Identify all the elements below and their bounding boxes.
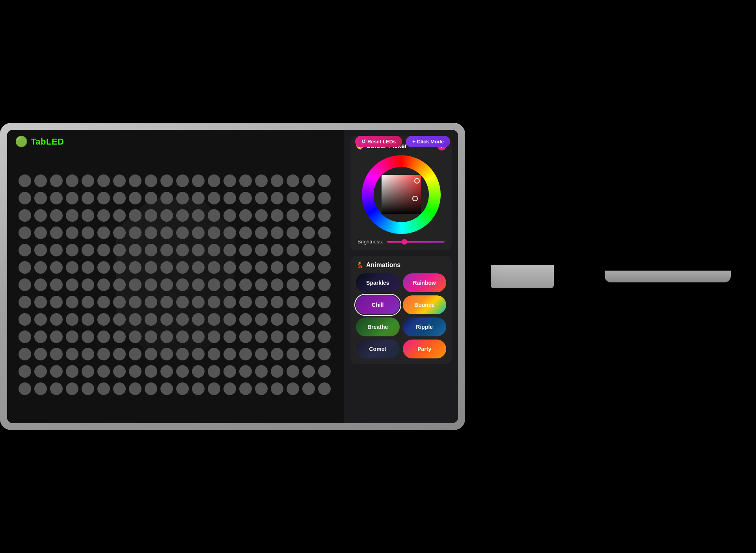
led-dot[interactable] (239, 174, 252, 187)
led-dot[interactable] (19, 330, 31, 343)
led-dot[interactable] (19, 261, 31, 274)
led-dot[interactable] (318, 365, 331, 378)
led-dot[interactable] (50, 313, 63, 326)
led-dot[interactable] (160, 296, 173, 308)
led-dot[interactable] (176, 330, 189, 343)
led-dot[interactable] (82, 226, 94, 239)
led-dot[interactable] (66, 296, 78, 308)
led-dot[interactable] (50, 244, 63, 256)
led-dot[interactable] (160, 348, 173, 360)
led-dot[interactable] (302, 365, 315, 378)
led-dot[interactable] (287, 209, 299, 222)
led-dot[interactable] (318, 330, 331, 343)
led-dot[interactable] (113, 226, 126, 239)
led-dot[interactable] (113, 330, 126, 343)
led-dot[interactable] (160, 192, 173, 204)
led-dot[interactable] (34, 192, 47, 204)
led-dot[interactable] (223, 226, 236, 239)
led-dot[interactable] (129, 192, 142, 204)
led-dot[interactable] (287, 296, 299, 308)
led-dot[interactable] (66, 278, 78, 291)
led-dot[interactable] (145, 226, 157, 239)
led-dot[interactable] (271, 261, 283, 274)
led-dot[interactable] (287, 226, 299, 239)
led-dot[interactable] (318, 192, 331, 204)
led-dot[interactable] (208, 330, 220, 343)
led-dot[interactable] (176, 278, 189, 291)
led-dot[interactable] (145, 278, 157, 291)
led-dot[interactable] (50, 226, 63, 239)
led-dot[interactable] (129, 278, 142, 291)
led-dot[interactable] (129, 382, 142, 395)
led-dot[interactable] (318, 226, 331, 239)
led-dot[interactable] (145, 244, 157, 256)
led-dot[interactable] (50, 382, 63, 395)
led-dot[interactable] (176, 296, 189, 308)
led-dot[interactable] (34, 278, 47, 291)
led-dot[interactable] (239, 192, 252, 204)
led-dot[interactable] (208, 313, 220, 326)
reset-leds-button[interactable]: ↺ Reset LEDs (355, 136, 402, 147)
led-dot[interactable] (318, 174, 331, 187)
led-dot[interactable] (97, 348, 110, 360)
led-dot[interactable] (192, 174, 205, 187)
led-dot[interactable] (66, 365, 78, 378)
led-dot[interactable] (208, 382, 220, 395)
led-dot[interactable] (176, 348, 189, 360)
led-dot[interactable] (255, 261, 268, 274)
led-dot[interactable] (97, 313, 110, 326)
led-dot[interactable] (34, 296, 47, 308)
led-dot[interactable] (145, 365, 157, 378)
led-dot[interactable] (66, 261, 78, 274)
led-dot[interactable] (287, 382, 299, 395)
led-dot[interactable] (223, 192, 236, 204)
led-dot[interactable] (97, 278, 110, 291)
led-dot[interactable] (192, 365, 205, 378)
led-dot[interactable] (255, 278, 268, 291)
led-dot[interactable] (239, 313, 252, 326)
led-dot[interactable] (113, 296, 126, 308)
led-dot[interactable] (271, 244, 283, 256)
anim-party-button[interactable]: Party (403, 340, 447, 358)
led-dot[interactable] (66, 192, 78, 204)
led-dot[interactable] (66, 348, 78, 360)
led-dot[interactable] (129, 330, 142, 343)
led-dot[interactable] (160, 244, 173, 256)
led-dot[interactable] (176, 226, 189, 239)
led-dot[interactable] (302, 226, 315, 239)
led-dot[interactable] (34, 348, 47, 360)
led-dot[interactable] (145, 174, 157, 187)
anim-sparkles-button[interactable]: Sparkles (356, 273, 400, 292)
led-dot[interactable] (255, 244, 268, 256)
led-dot[interactable] (129, 226, 142, 239)
led-dot[interactable] (223, 296, 236, 308)
led-dot[interactable] (287, 261, 299, 274)
led-dot[interactable] (239, 278, 252, 291)
led-dot[interactable] (82, 261, 94, 274)
led-dot[interactable] (255, 330, 268, 343)
led-dot[interactable] (208, 192, 220, 204)
led-dot[interactable] (318, 278, 331, 291)
led-dot[interactable] (287, 244, 299, 256)
led-dot[interactable] (19, 192, 31, 204)
led-dot[interactable] (255, 192, 268, 204)
led-dot[interactable] (82, 330, 94, 343)
led-dot[interactable] (160, 382, 173, 395)
led-dot[interactable] (302, 296, 315, 308)
led-dot[interactable] (208, 174, 220, 187)
led-dot[interactable] (255, 382, 268, 395)
led-dot[interactable] (160, 226, 173, 239)
led-dot[interactable] (255, 365, 268, 378)
led-dot[interactable] (192, 278, 205, 291)
led-dot[interactable] (50, 261, 63, 274)
led-dot[interactable] (318, 382, 331, 395)
led-dot[interactable] (160, 174, 173, 187)
led-dot[interactable] (176, 244, 189, 256)
color-gradient-box[interactable] (382, 175, 421, 214)
led-dot[interactable] (192, 330, 205, 343)
led-dot[interactable] (34, 382, 47, 395)
led-dot[interactable] (223, 365, 236, 378)
led-dot[interactable] (208, 226, 220, 239)
led-dot[interactable] (50, 174, 63, 187)
led-dot[interactable] (66, 226, 78, 239)
